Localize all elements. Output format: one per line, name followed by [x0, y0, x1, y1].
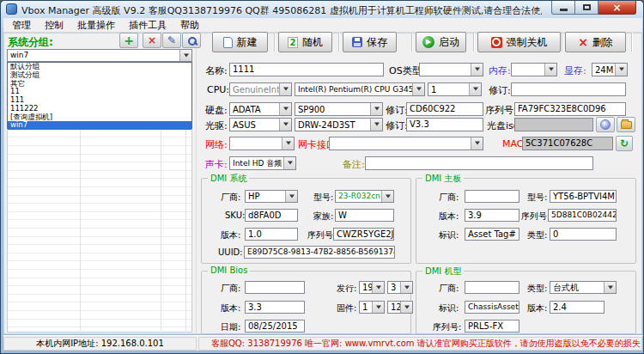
- cpu-model-select[interactable]: Intel(R) Pentium(R) CPU G3450 @ 3.40GHz: [295, 82, 425, 96]
- group-search-button[interactable]: [182, 33, 201, 48]
- network-select[interactable]: [229, 137, 295, 150]
- nic-interface-select[interactable]: [329, 137, 483, 150]
- cpu-vendor-select[interactable]: GenuineIntel: [229, 82, 292, 96]
- dmi-bios-release-major-select[interactable]: 19: [359, 281, 385, 294]
- mac-refresh-button[interactable]: ↻: [616, 136, 633, 151]
- disk-label: 硬盘:: [205, 104, 228, 117]
- dmi-system-serial-input[interactable]: CWZR5YGE2JOD: [333, 228, 394, 241]
- minimize-button[interactable]: [551, 1, 575, 15]
- dmi-system-version-input[interactable]: 1.0: [245, 228, 298, 241]
- dmi-board-serial-input[interactable]: 5D881C0B0244286F: [548, 209, 617, 222]
- random-button[interactable]: 2随机: [278, 32, 332, 52]
- new-document-icon: [223, 37, 233, 48]
- dmi-bios-release-minor-select[interactable]: 3: [387, 281, 413, 294]
- dmi-system-model-select[interactable]: 23-R032cn: [335, 190, 394, 203]
- dmi-bios-version-input[interactable]: 3.3: [245, 301, 305, 314]
- group-select[interactable]: win7: [7, 49, 192, 62]
- dropdown-item[interactable]: 默认分组: [8, 63, 191, 71]
- cdrom-revision-input[interactable]: V3.3: [406, 118, 483, 131]
- toolbar-separator: [562, 33, 562, 52]
- disk-revision-label: 修订:: [386, 104, 408, 117]
- power-icon: [491, 37, 502, 48]
- start-button-label: 启动: [439, 35, 459, 50]
- disk-serial-label: 序列号:: [485, 104, 517, 117]
- dmi-board-vendor-input[interactable]: [465, 190, 519, 203]
- dmi-board-type-input[interactable]: 0: [550, 228, 617, 241]
- menu-batch[interactable]: 批量操作: [70, 18, 122, 33]
- app-window: Vbox Manager 高级版 V9.2 客服QQ3138719976 QQ群…: [0, 0, 644, 354]
- dmi-bios-firmware-major-select[interactable]: 1: [359, 301, 385, 314]
- start-button[interactable]: ▶启动: [416, 32, 466, 52]
- dmi-system-uuid-input[interactable]: E89D75C8-9813-47B2-8856-B569137412AF: [244, 246, 395, 259]
- random-icon: 2: [288, 37, 298, 48]
- dmi-chassis-type-select[interactable]: 台式机: [550, 281, 617, 294]
- chevron-down-icon: [285, 191, 297, 202]
- dmi-system-model-value: 23-R032cn: [336, 191, 381, 202]
- dropdown-item[interactable]: 111222: [8, 105, 191, 113]
- menu-control[interactable]: 控制: [38, 18, 70, 33]
- dropdown-item[interactable]: 测试分组: [8, 71, 191, 80]
- dmi-chassis-version-label: 版本:: [527, 302, 547, 314]
- dmi-bios-firmware-minor-select[interactable]: 12: [387, 301, 413, 314]
- save-button[interactable]: 保存: [343, 32, 397, 52]
- menu-help[interactable]: 帮助: [173, 18, 206, 33]
- cdrom-vendor-select[interactable]: ASUS: [229, 118, 292, 131]
- dropdown-item[interactable]: [查询虚拟机]: [8, 113, 191, 122]
- memory-select[interactable]: [511, 63, 557, 76]
- folder-icon: [621, 121, 632, 129]
- dmi-board-model-input[interactable]: YT56-BPTVI4M1: [550, 190, 617, 203]
- dmi-board-version-input[interactable]: 3.9: [465, 209, 519, 222]
- vm-name-input[interactable]: 1111: [229, 63, 384, 76]
- group-edit-button[interactable]: ✎: [162, 33, 181, 48]
- dmi-system-family-input[interactable]: W: [335, 209, 394, 222]
- dmi-board-tag-input[interactable]: Asset Tag#: [465, 228, 519, 241]
- dmi-chassis-title: DMI 机型: [422, 266, 464, 278]
- audio-select[interactable]: Intel HD 音频: [229, 156, 296, 170]
- window-controls: ×: [551, 1, 636, 15]
- dmi-chassis-serial-input[interactable]: PRL5-FX: [465, 320, 519, 333]
- menu-manage[interactable]: 管理: [5, 18, 38, 33]
- dmi-board-version-label: 版本:: [439, 211, 459, 223]
- dmi-bios-date-input[interactable]: 08/25/2015: [245, 320, 305, 333]
- vram-select[interactable]: 24M: [592, 63, 628, 76]
- maximize-icon: [583, 4, 591, 10]
- disk-serial-input[interactable]: FA79FC323E8C0D96: [514, 102, 626, 116]
- dmi-system-sku-label: SKU:: [225, 211, 245, 220]
- new-button[interactable]: 新建: [212, 32, 268, 52]
- mac-input[interactable]: 5C371C07628C: [522, 137, 613, 150]
- cdrom-model-select[interactable]: DRW-24D3ST: [295, 118, 383, 131]
- group-delete-button[interactable]: ×: [143, 33, 161, 48]
- iso-mount-button[interactable]: [596, 117, 615, 132]
- save-icon: [352, 37, 362, 47]
- dropdown-item-selected[interactable]: win7: [8, 121, 191, 130]
- iso-path-input[interactable]: [514, 118, 593, 131]
- disk-revision-input[interactable]: CD60C922: [406, 102, 483, 116]
- dmi-chassis-version-input[interactable]: 2.4: [550, 301, 605, 314]
- close-button[interactable]: ×: [598, 1, 636, 15]
- dmi-system-sku-input[interactable]: d8FA0D: [245, 209, 298, 222]
- maximize-button[interactable]: [575, 1, 598, 15]
- dmi-chassis-tag-input[interactable]: ChassisAssetTag: [465, 301, 519, 314]
- os-type-select[interactable]: [419, 63, 483, 76]
- disk-vendor-select[interactable]: ADATA: [229, 102, 292, 116]
- dmi-bios-release-major-value: 19: [360, 282, 372, 293]
- cpu-count-select[interactable]: 1: [428, 82, 482, 96]
- iso-browse-button[interactable]: [617, 117, 635, 132]
- group-add-button[interactable]: +: [119, 33, 138, 48]
- dropdown-item[interactable]: 11: [8, 88, 191, 96]
- menu-plugins[interactable]: 插件工具: [122, 18, 173, 33]
- cpu-model-value: Intel(R) Pentium(R) CPU G3450 @ 3.40GHz: [295, 84, 412, 95]
- dropdown-item[interactable]: 其它: [8, 80, 191, 88]
- dmi-bios-vendor-input[interactable]: [245, 281, 305, 294]
- disk-model-select[interactable]: SP900: [295, 102, 383, 116]
- dropdown-item[interactable]: 111: [8, 96, 191, 105]
- dmi-system-vendor-select[interactable]: HP: [245, 190, 298, 203]
- chevron-down-icon: [279, 119, 291, 131]
- dmi-chassis-vendor-input[interactable]: [465, 281, 519, 294]
- delete-button[interactable]: ×删除: [565, 32, 626, 52]
- force-shutdown-button[interactable]: 强制关机: [477, 32, 561, 52]
- cpu-revision-input[interactable]: [511, 82, 626, 96]
- chevron-down-icon: [615, 64, 627, 76]
- chevron-down-icon: [370, 119, 382, 131]
- note-input[interactable]: [365, 156, 593, 170]
